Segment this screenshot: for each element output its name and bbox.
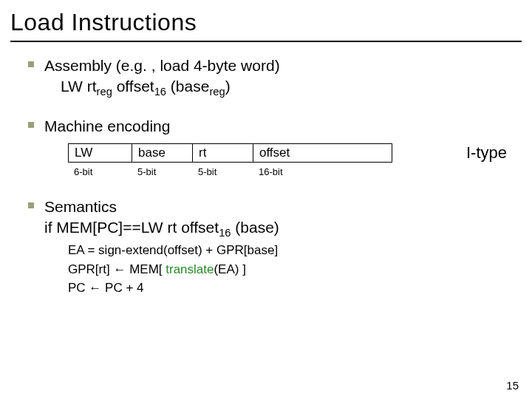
bullet-icon <box>28 61 34 67</box>
width-offset: 16-bit <box>253 163 392 180</box>
encoding-field-table: LW base rt offset <box>68 143 392 163</box>
slide-title: Load Instructions <box>0 0 532 41</box>
semantics-condition: if MEM[PC]==LW rt offset16 (base) <box>44 217 511 241</box>
bullet-semantics: Semantics if MEM[PC]==LW rt offset16 (ba… <box>28 197 511 298</box>
bullet-icon <box>28 202 34 208</box>
field-lw: LW <box>69 143 132 162</box>
encoding-width-row: 6-bit 5-bit 5-bit 16-bit <box>68 163 392 180</box>
slide-content: Assembly (e.g. , load 4-byte word) LW rt… <box>0 55 532 298</box>
encoding-heading: Machine encoding <box>44 116 170 137</box>
left-arrow-icon: ← <box>113 262 126 276</box>
bullet-icon <box>28 122 34 128</box>
width-base: 5-bit <box>132 163 192 180</box>
width-rt: 5-bit <box>192 163 253 180</box>
encoding-layout: LW base rt offset 6-bit 5-bit 5-bit 16-b… <box>68 143 511 180</box>
left-arrow-icon: ← <box>89 281 101 295</box>
field-offset: offset <box>253 143 392 162</box>
width-lw: 6-bit <box>68 163 132 180</box>
sem-line-gpr: GPR[rt] ← MEM[ translate(EA) ] <box>68 260 511 279</box>
title-divider <box>10 41 522 42</box>
sem-line-ea: EA = sign-extend(offset) + GPR[base] <box>68 241 511 260</box>
page-number: 15 <box>506 379 519 392</box>
bullet-encoding: Machine encoding LW base rt offset 6-bit… <box>28 116 511 180</box>
translate-keyword: translate <box>166 262 214 276</box>
field-rt: rt <box>193 143 253 162</box>
field-base: base <box>132 143 193 162</box>
assembly-line2: LW rtreg offset16 (basereg) <box>61 76 511 100</box>
sem-line-pc: PC ← PC + 4 <box>68 279 511 298</box>
semantics-heading: Semantics <box>44 197 117 217</box>
semantics-body: EA = sign-extend(offset) + GPR[base] GPR… <box>68 241 511 298</box>
bullet-assembly: Assembly (e.g. , load 4-byte word) LW rt… <box>28 55 511 100</box>
instruction-type-label: I-type <box>466 143 511 163</box>
assembly-line1: Assembly (e.g. , load 4-byte word) <box>44 55 280 76</box>
